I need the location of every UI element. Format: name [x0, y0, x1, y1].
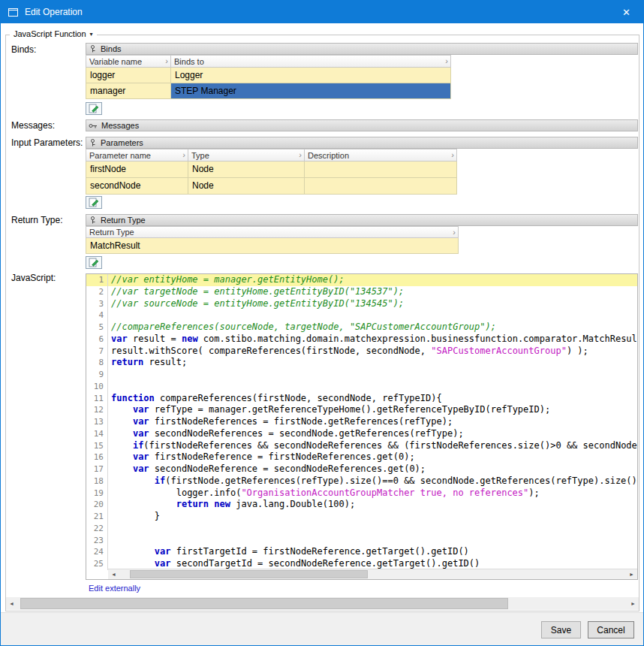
- code-line[interactable]: 12 var refType = manager.getReferenceTyp…: [86, 404, 637, 416]
- code-line-text: return new java.lang.Double(100);: [108, 499, 355, 511]
- parameters-section-header[interactable]: Parameters: [86, 137, 638, 149]
- line-number: 12: [86, 404, 108, 416]
- key-icon: [89, 122, 98, 130]
- binds-cell-variable-name[interactable]: manager: [86, 83, 171, 99]
- messages-section-title: Messages: [101, 121, 139, 130]
- parameter-cell-name[interactable]: secondNode: [86, 178, 188, 195]
- editor-horizontal-scrollbar[interactable]: ◄ ►: [108, 569, 637, 579]
- parameter-cell-description[interactable]: [305, 178, 457, 195]
- code-line[interactable]: 23: [86, 535, 637, 547]
- code-line[interactable]: 17 var secondNodeReference = secondNodeR…: [86, 463, 637, 475]
- line-number: 3: [86, 298, 108, 310]
- code-line[interactable]: 7result.withScore( compareReferences(fir…: [86, 346, 637, 358]
- code-line[interactable]: 4: [86, 309, 637, 321]
- column-header-return-type[interactable]: Return Type ›: [86, 226, 459, 238]
- code-line[interactable]: 19 logger.info("OrganisationAccountGroup…: [86, 488, 637, 500]
- column-label: Return Type: [89, 228, 134, 237]
- code-line[interactable]: 1//var entityHome = manager.getEntityHom…: [86, 274, 637, 286]
- code-line-text: [108, 309, 111, 321]
- code-line[interactable]: 13 var firstNodeReferences = firstNode.g…: [86, 416, 637, 428]
- return-type-cell[interactable]: MatchResult: [86, 238, 459, 254]
- line-number: 25: [86, 558, 108, 570]
- function-type-label: JavaScript Function: [14, 29, 86, 38]
- parameter-cell-name[interactable]: firstNode: [86, 162, 188, 178]
- code-line[interactable]: 20 return new java.lang.Double(100);: [86, 499, 637, 511]
- code-line[interactable]: 8return result;: [86, 357, 637, 369]
- code-line-text: var result = new com.stibo.matching.doma…: [108, 334, 637, 346]
- code-line[interactable]: 22: [86, 523, 637, 535]
- scrollbar-thumb[interactable]: [130, 570, 368, 578]
- code-line-text: //compareReferences(sourceNode, targetNo…: [108, 321, 496, 334]
- line-number: 16: [86, 451, 108, 463]
- column-header-parameter-name[interactable]: Parameter name ›: [86, 149, 188, 162]
- column-header-type[interactable]: Type ›: [188, 149, 305, 162]
- column-header-variable-name[interactable]: Variable name ›: [86, 55, 171, 68]
- sort-chevron-icon: ›: [299, 151, 302, 159]
- line-number: 4: [86, 309, 108, 321]
- close-icon[interactable]: ✕: [609, 1, 643, 23]
- code-line[interactable]: 15 if(firstNodeReferences && secondNodeR…: [86, 440, 637, 452]
- scroll-left-icon[interactable]: ◄: [108, 569, 119, 579]
- scroll-right-icon[interactable]: ►: [626, 569, 637, 579]
- messages-section-header[interactable]: Messages: [86, 119, 638, 131]
- binds-edit-button[interactable]: [86, 102, 102, 115]
- table-edit-icon: [89, 104, 99, 113]
- sort-chevron-icon: ›: [453, 228, 456, 237]
- parameters-edit-button[interactable]: [86, 196, 102, 209]
- code-line[interactable]: 5//compareReferences(sourceNode, targetN…: [86, 321, 637, 334]
- edit-externally-link[interactable]: Edit externally: [89, 584, 140, 593]
- binds-cell-binds-to-selected[interactable]: STEP Manager: [171, 83, 451, 99]
- column-header-description[interactable]: Description ›: [305, 149, 457, 162]
- line-number: 5: [86, 321, 108, 334]
- code-line[interactable]: 21 }: [86, 511, 637, 523]
- javascript-code-editor[interactable]: 1//var entityHome = manager.getEntityHom…: [86, 273, 638, 580]
- binds-label: Binds:: [11, 44, 36, 55]
- title-bar[interactable]: Edit Operation ✕: [1, 1, 643, 23]
- code-line[interactable]: 6var result = new com.stibo.matching.dom…: [86, 334, 637, 346]
- sort-chevron-icon: ›: [445, 57, 448, 65]
- binds-section-header[interactable]: Binds: [86, 43, 638, 55]
- line-number: 2: [86, 286, 108, 298]
- scrollbar-track[interactable]: [119, 569, 626, 579]
- code-line[interactable]: 16 var firstNodeReference = firstNodeRef…: [86, 451, 637, 463]
- window-icon: [8, 7, 19, 18]
- scrollbar-track[interactable]: [17, 597, 627, 610]
- scrollbar-thumb[interactable]: [20, 598, 508, 609]
- parameter-cell-description[interactable]: [305, 162, 457, 178]
- parameters-section-title: Parameters: [101, 138, 143, 147]
- binds-cell-binds-to[interactable]: Logger: [171, 68, 451, 83]
- scroll-left-icon[interactable]: ◄: [6, 597, 17, 610]
- code-line[interactable]: 24 var firstTargetId = firstNodeReferenc…: [86, 546, 637, 558]
- line-number: 21: [86, 511, 108, 523]
- parameter-cell-type[interactable]: Node: [188, 162, 305, 178]
- code-line[interactable]: 2//var targetNode = entityHome.getEntity…: [86, 286, 637, 298]
- cancel-button[interactable]: Cancel: [588, 621, 634, 638]
- panel-horizontal-scrollbar[interactable]: ◄ ►: [6, 597, 639, 610]
- parameter-cell-type[interactable]: Node: [188, 178, 305, 195]
- code-line[interactable]: 3//var sourceNode = entityHome.getEntity…: [86, 298, 637, 310]
- column-label: Variable name: [89, 57, 142, 66]
- return-type-edit-button[interactable]: [86, 256, 102, 269]
- code-line[interactable]: 11function compareReferences(firstNode, …: [86, 393, 637, 405]
- code-line-text: if(firstNodeReferences && secondNodeRefe…: [108, 440, 637, 452]
- column-header-binds-to[interactable]: Binds to ›: [171, 55, 451, 68]
- button-bar: Save Cancel: [1, 612, 643, 645]
- scroll-right-icon[interactable]: ►: [627, 597, 639, 610]
- code-line[interactable]: 14 var secondNodeReferences = secondNode…: [86, 428, 637, 440]
- code-line[interactable]: 9: [86, 369, 637, 381]
- return-type-section-header[interactable]: Return Type: [86, 214, 638, 226]
- line-number: 15: [86, 440, 108, 452]
- binds-cell-variable-name[interactable]: logger: [86, 68, 171, 83]
- line-number: 17: [86, 463, 108, 475]
- line-number: 7: [86, 346, 108, 358]
- function-type-selector[interactable]: JavaScript Function ▾: [10, 29, 97, 38]
- chevron-down-icon: ▾: [90, 31, 93, 38]
- table-edit-icon: [89, 258, 99, 267]
- save-button[interactable]: Save: [541, 621, 581, 638]
- code-line-text: result.withScore( compareReferences(firs…: [108, 346, 588, 358]
- code-line[interactable]: 18 if(firstNode.getReferences(refType).s…: [86, 475, 637, 488]
- code-line-text: [108, 535, 111, 547]
- code-line-text: //var targetNode = entityHome.getEntityB…: [108, 286, 404, 298]
- window-title: Edit Operation: [25, 7, 83, 17]
- code-line[interactable]: 10: [86, 381, 637, 393]
